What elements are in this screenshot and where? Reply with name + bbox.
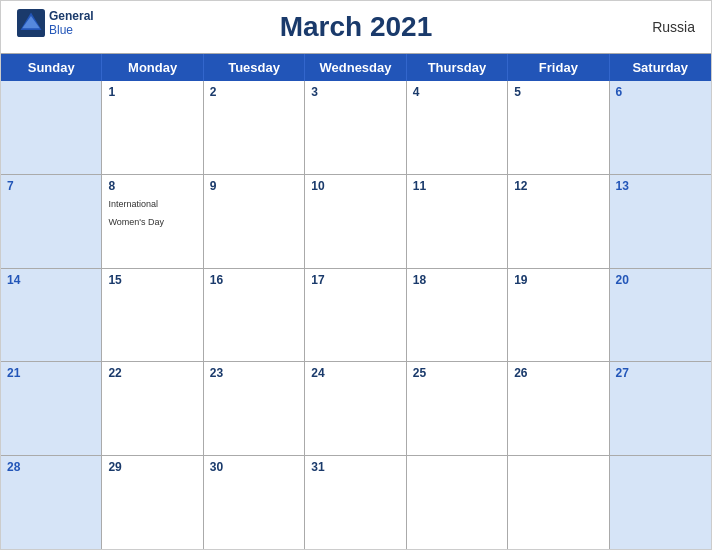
day-num-9: 9	[210, 179, 298, 193]
event-intl-womens-day: International Women's Day	[108, 199, 164, 227]
day-cell-17: 17	[305, 269, 406, 362]
day-num-23: 23	[210, 366, 298, 380]
day-cell-6: 6	[610, 81, 711, 174]
day-cell-13: 13	[610, 175, 711, 268]
header-sunday: Sunday	[1, 54, 102, 81]
day-cell-1: 1	[102, 81, 203, 174]
header-tuesday: Tuesday	[204, 54, 305, 81]
day-cell-18: 18	[407, 269, 508, 362]
day-cell-7: 7	[1, 175, 102, 268]
day-cell-11: 11	[407, 175, 508, 268]
day-cell-15: 15	[102, 269, 203, 362]
day-cell-23: 23	[204, 362, 305, 455]
week-row-5: 28 29 30 31	[1, 456, 711, 549]
week-row-3: 14 15 16 17 18 19 20	[1, 269, 711, 363]
day-cell-24: 24	[305, 362, 406, 455]
weeks-container: 1 2 3 4 5 6 7 8 International Women's Da…	[1, 81, 711, 549]
country-label: Russia	[652, 19, 695, 35]
day-num-6: 6	[616, 85, 705, 99]
day-num-14: 14	[7, 273, 95, 287]
day-num-28: 28	[7, 460, 95, 474]
day-cell-20: 20	[610, 269, 711, 362]
header-saturday: Saturday	[610, 54, 711, 81]
day-cell-4: 4	[407, 81, 508, 174]
day-num-10: 10	[311, 179, 399, 193]
header-wednesday: Wednesday	[305, 54, 406, 81]
day-num-16: 16	[210, 273, 298, 287]
logo-blue: Blue	[49, 23, 94, 37]
day-num-31: 31	[311, 460, 399, 474]
day-cell-30: 30	[204, 456, 305, 549]
day-num-22: 22	[108, 366, 196, 380]
day-num-29: 29	[108, 460, 196, 474]
day-num-25: 25	[413, 366, 501, 380]
day-num-11: 11	[413, 179, 501, 193]
day-num-8: 8	[108, 179, 196, 193]
day-cell-empty-3	[508, 456, 609, 549]
day-cell-25: 25	[407, 362, 508, 455]
day-num-2: 2	[210, 85, 298, 99]
day-num-21: 21	[7, 366, 95, 380]
day-cell-26: 26	[508, 362, 609, 455]
day-cell-5: 5	[508, 81, 609, 174]
day-cell-16: 16	[204, 269, 305, 362]
day-cell-21: 21	[1, 362, 102, 455]
day-cell-28: 28	[1, 456, 102, 549]
header-thursday: Thursday	[407, 54, 508, 81]
logo-text: General Blue	[49, 9, 94, 38]
day-cell-10: 10	[305, 175, 406, 268]
day-cell-empty-2	[407, 456, 508, 549]
day-num-24: 24	[311, 366, 399, 380]
day-cell-22: 22	[102, 362, 203, 455]
day-num-7: 7	[7, 179, 95, 193]
week-row-1: 1 2 3 4 5 6	[1, 81, 711, 175]
day-cell-2: 2	[204, 81, 305, 174]
calendar-grid: Sunday Monday Tuesday Wednesday Thursday…	[1, 53, 711, 549]
day-cell-31: 31	[305, 456, 406, 549]
day-cell-29: 29	[102, 456, 203, 549]
day-num-26: 26	[514, 366, 602, 380]
day-cell-19: 19	[508, 269, 609, 362]
day-num-18: 18	[413, 273, 501, 287]
day-cell-3: 3	[305, 81, 406, 174]
day-num-12: 12	[514, 179, 602, 193]
day-num-20: 20	[616, 273, 705, 287]
day-num-13: 13	[616, 179, 705, 193]
calendar-container: General Blue March 2021 Russia Sunday Mo…	[0, 0, 712, 550]
day-num-17: 17	[311, 273, 399, 287]
calendar-header: General Blue March 2021 Russia	[1, 1, 711, 53]
day-num-3: 3	[311, 85, 399, 99]
day-cell-27: 27	[610, 362, 711, 455]
day-cell-9: 9	[204, 175, 305, 268]
day-num-15: 15	[108, 273, 196, 287]
day-num-30: 30	[210, 460, 298, 474]
week-row-4: 21 22 23 24 25 26 27	[1, 362, 711, 456]
day-cell-12: 12	[508, 175, 609, 268]
day-cell-14: 14	[1, 269, 102, 362]
day-num-5: 5	[514, 85, 602, 99]
day-num-1: 1	[108, 85, 196, 99]
header-friday: Friday	[508, 54, 609, 81]
day-num-27: 27	[616, 366, 705, 380]
header-monday: Monday	[102, 54, 203, 81]
day-num-4: 4	[413, 85, 501, 99]
day-cell-8: 8 International Women's Day	[102, 175, 203, 268]
logo-general: General	[49, 9, 94, 23]
day-cell-empty-1	[1, 81, 102, 174]
day-num-19: 19	[514, 273, 602, 287]
day-headers-row: Sunday Monday Tuesday Wednesday Thursday…	[1, 54, 711, 81]
calendar-title: March 2021	[280, 11, 433, 43]
week-row-2: 7 8 International Women's Day 9 10 11 12…	[1, 175, 711, 269]
logo: General Blue	[17, 9, 94, 38]
day-cell-empty-4	[610, 456, 711, 549]
logo-icon	[17, 9, 45, 37]
